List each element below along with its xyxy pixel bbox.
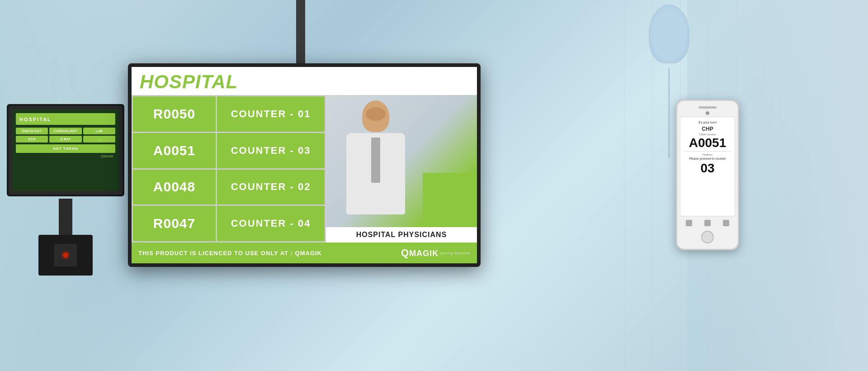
counter-row-3: A0048 COUNTER - 02 — [133, 170, 325, 205]
kiosk-btn-cardiology[interactable]: CARDIOLOGY — [49, 128, 81, 134]
counter-ticket-1: R0050 — [133, 96, 216, 132]
counter-name-3: COUNTER - 02 — [217, 170, 325, 205]
phone-home-button[interactable] — [701, 231, 714, 243]
phone-platform-label: Platform — [684, 153, 731, 156]
kiosk-btn-ecg[interactable]: ECG — [16, 136, 48, 143]
fingerprint-sensor — [54, 244, 77, 266]
iv-bag — [649, 5, 689, 63]
counter-name-1: COUNTER - 01 — [217, 96, 325, 132]
phone-divider-1 — [684, 151, 731, 152]
counter-ticket-2: A0051 — [133, 133, 216, 168]
counter-row-2: A0051 COUNTER - 03 — [133, 133, 325, 168]
phone-nav-back — [686, 220, 692, 226]
phone-counter-text: Please proceed to counter — [684, 157, 731, 160]
doctor-image — [326, 95, 477, 227]
kiosk-title: HOSPITAL — [19, 117, 52, 122]
tv-content: R0050 COUNTER - 01 A0051 COUNTER - 03 — [132, 95, 477, 243]
logo-magik: MAGIK — [409, 249, 439, 258]
kiosk-btn-xray[interactable]: X-RAY — [49, 136, 81, 143]
kiosk-services-row1: ONCOLOGY CARDIOLOGY LAB — [16, 128, 115, 134]
tv-title: HOSPITAL — [140, 72, 469, 91]
kiosk-screen: HOSPITAL ONCOLOGY CARDIOLOGY LAB ECG X-R… — [12, 109, 119, 191]
phone-counter-number: 03 — [684, 161, 731, 176]
footer-license-text: THIS PRODUCT IS LICENCED TO USE ONLY AT … — [138, 250, 322, 257]
logo-q: Q — [401, 247, 409, 259]
kiosk-brand-label: QMAGIK — [16, 155, 115, 158]
doctor-head — [362, 100, 389, 132]
logo-tagline: Queuing Simplified — [439, 252, 470, 255]
kiosk-housing: HOSPITAL ONCOLOGY CARDIOLOGY LAB ECG X-R… — [7, 104, 124, 196]
kiosk-services-row2: ECG X-RAY - — [16, 136, 115, 143]
phone-nav-recent — [723, 220, 729, 226]
counter-row-4: R0047 COUNTER - 04 — [133, 206, 325, 241]
counters-panel: R0050 COUNTER - 01 A0051 COUNTER - 03 — [132, 95, 326, 243]
kiosk-btn-lab[interactable]: LAB — [83, 128, 115, 134]
phone-nav-bar — [680, 218, 735, 228]
green-accent-square — [423, 173, 477, 227]
phone-ticket-number: A0051 — [684, 137, 731, 149]
tv-footer: THIS PRODUCT IS LICENCED TO USE ONLY AT … — [132, 243, 477, 263]
kiosk-stand — [59, 199, 72, 235]
smartphone: It's your turn! CHP Ticket number A0051 … — [676, 100, 739, 250]
image-panel: HOSPITAL PHYSICIANS — [326, 95, 477, 243]
kiosk-get-token-button[interactable]: GET TOKEN — [16, 144, 115, 153]
counter-row-1: R0050 COUNTER - 01 — [133, 96, 325, 132]
tv-display: HOSPITAL R0050 COUNTER - 01 A0051 — [128, 63, 481, 267]
phone-camera — [706, 111, 709, 115]
kiosk-terminal: HOSPITAL ONCOLOGY CARDIOLOGY LAB ECG X-R… — [7, 104, 124, 276]
fingerprint-led — [63, 252, 68, 258]
phone-screen: It's your turn! CHP Ticket number A0051 … — [680, 117, 735, 216]
phone-nav-home — [704, 220, 711, 226]
counter-ticket-4: R0047 — [133, 206, 216, 241]
fingerprint-reader — [38, 235, 93, 276]
counter-name-2: COUNTER - 03 — [217, 133, 325, 168]
counter-ticket-3: A0048 — [133, 170, 216, 205]
phone-org: CHP — [684, 126, 731, 132]
kiosk-btn-dash[interactable]: - — [83, 136, 115, 143]
tv-inner: HOSPITAL R0050 COUNTER - 01 A0051 — [132, 67, 477, 263]
kiosk-btn-oncology[interactable]: ONCOLOGY — [16, 128, 48, 134]
kiosk-header: HOSPITAL — [16, 113, 115, 125]
counter-name-4: COUNTER - 04 — [217, 206, 325, 241]
doctor-body — [346, 133, 405, 214]
phone-turn-text: It's your turn! — [684, 121, 731, 124]
tv-header: HOSPITAL — [132, 67, 477, 95]
phone-outer: It's your turn! CHP Ticket number A0051 … — [676, 100, 739, 250]
qmagik-logo: Q MAGIK — [401, 247, 439, 259]
tv-mount-cable — [296, 0, 305, 63]
physician-label: HOSPITAL PHYSICIANS — [326, 227, 477, 243]
phone-speaker — [698, 106, 717, 109]
doctor-figure — [330, 100, 421, 227]
footer-logo: Q MAGIK Queuing Simplified — [401, 247, 470, 259]
iv-tube — [668, 68, 670, 158]
